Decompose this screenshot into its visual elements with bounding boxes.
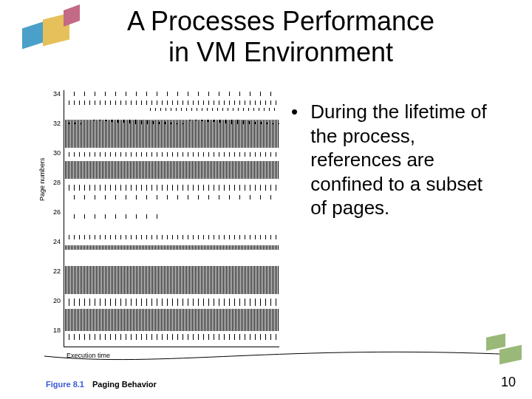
ytick: 28 — [50, 179, 61, 186]
ytick: 26 — [50, 208, 61, 216]
figure-title: Paging Behavior — [92, 380, 157, 389]
bullet-item: • During the lifetime of the process, re… — [291, 100, 513, 220]
decorative-cubes-bottom-right — [486, 331, 526, 371]
figure-caption: Figure 8.1 Paging Behavior — [46, 380, 157, 389]
page-number: 10 — [501, 375, 516, 390]
slide: A Processes Performance in VM Environmen… — [0, 0, 532, 399]
plot-area — [64, 90, 279, 347]
ytick: 20 — [50, 297, 61, 304]
title-line-1: A Processes Performance — [127, 6, 434, 36]
ytick: 24 — [50, 238, 61, 245]
ytick: 32 — [50, 120, 61, 127]
ytick: 34 — [50, 90, 61, 98]
figure-number: Figure 8.1 — [46, 380, 84, 389]
paging-behavior-figure: 34 32 30 28 26 24 22 20 18 Page numbers … — [44, 90, 281, 371]
title-line-2: in VM Environment — [168, 37, 393, 67]
slide-title: A Processes Performance in VM Environmen… — [81, 6, 480, 69]
bullet-text: During the lifetime of the process, refe… — [310, 100, 502, 220]
ytick: 30 — [50, 149, 61, 157]
ytick: 18 — [50, 327, 61, 334]
bullet-dot-icon: • — [291, 100, 298, 124]
decorative-cubes-top-left — [22, 7, 81, 66]
y-axis-label: Page numbers — [38, 157, 46, 201]
ytick: 22 — [50, 267, 61, 275]
decorative-swoosh — [44, 340, 517, 369]
